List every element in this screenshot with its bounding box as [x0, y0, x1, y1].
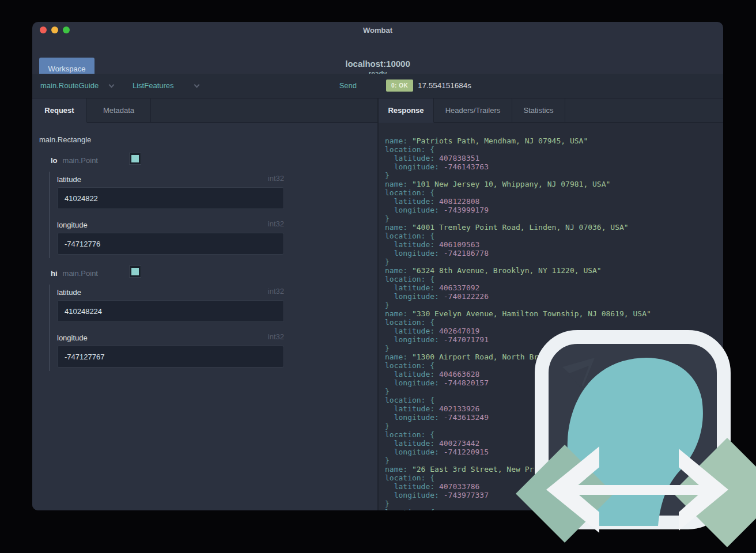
send-button[interactable]: Send: [339, 81, 357, 90]
latitude-input[interactable]: [57, 300, 284, 322]
response-line: location: {: [385, 232, 723, 240]
request-toolbar: main.RouteGuide ListFeatures Send: [32, 74, 377, 98]
response-line: name: "101 New Jersey 10, Whippany, NJ 0…: [385, 180, 723, 188]
titlebar: Wombat: [32, 22, 723, 38]
field-label: latitude: [57, 288, 81, 297]
group-hi-header: himain.Point: [51, 268, 98, 281]
group-lo-body: latitude int32 longitude int32: [49, 172, 285, 258]
checkbox-checked-icon[interactable]: [129, 153, 141, 165]
request-panel: main.Rectangle lomain.Point latitude int…: [32, 123, 377, 510]
tab-headers-trailers[interactable]: Headers/Trailers: [434, 99, 512, 123]
field-type-label: main.Point: [63, 156, 98, 165]
toolbar: main.RouteGuide ListFeatures Send 0: OK …: [32, 74, 723, 99]
service-select[interactable]: main.RouteGuide: [40, 81, 99, 90]
field-name-label: hi: [51, 269, 58, 278]
latitude-input[interactable]: [57, 187, 284, 209]
response-line: }: [385, 301, 723, 309]
wombat-logo: [513, 325, 756, 553]
response-line: }: [385, 171, 723, 180]
response-line: latitude: 407838351: [385, 154, 723, 162]
response-line: location: {: [385, 275, 723, 283]
tab-statistics[interactable]: Statistics: [512, 99, 565, 123]
group-hi-body: latitude int32 longitude int32: [49, 285, 285, 371]
response-line: name: "330 Evelyn Avenue, Hamilton Towns…: [385, 309, 723, 318]
server-address: localhost:10000: [32, 59, 723, 69]
response-line: }: [385, 214, 723, 223]
chevron-down-icon[interactable]: [109, 82, 115, 88]
field-scalar-type: int32: [268, 219, 284, 228]
response-line: name: "6324 8th Avenue, Brooklyn, NY 112…: [385, 266, 723, 275]
field-scalar-type: int32: [268, 287, 284, 296]
field-label: longitude: [57, 221, 88, 229]
response-line: latitude: 406337092: [385, 283, 723, 292]
longitude-input[interactable]: [57, 346, 284, 368]
response-line: longitude: -742186778: [385, 249, 723, 257]
response-line: }: [385, 257, 723, 266]
field-scalar-type: int32: [268, 332, 284, 341]
group-lo-header: lomain.Point: [51, 155, 98, 168]
response-line: location: {: [385, 145, 723, 154]
screenshot-root: { "window": { "title": "Wombat" }, "traf…: [0, 0, 756, 553]
response-line: longitude: -740122226: [385, 292, 723, 301]
response-line: latitude: 408122808: [385, 197, 723, 206]
field-name-label: lo: [51, 156, 58, 165]
tab-request[interactable]: Request: [32, 99, 87, 123]
longitude-input[interactable]: [57, 233, 284, 255]
response-line: longitude: -746143763: [385, 162, 723, 171]
field-label: latitude: [57, 175, 81, 184]
tab-metadata[interactable]: Metadata: [87, 99, 151, 123]
message-type-label: main.Rectangle: [39, 135, 91, 144]
response-line: longitude: -743999179: [385, 206, 723, 214]
checkbox-checked-icon[interactable]: [129, 266, 141, 278]
field-label: longitude: [57, 334, 88, 342]
call-duration: 17.554151684s: [418, 81, 471, 90]
response-tab-bar: Response Headers/Trailers Statistics: [379, 99, 723, 123]
field-type-label: main.Point: [63, 269, 98, 278]
response-line: name: "4001 Tremley Point Road, Linden, …: [385, 223, 723, 232]
response-line: name: "Patriots Path, Mendham, NJ 07945,…: [385, 137, 723, 145]
method-select[interactable]: ListFeatures: [133, 81, 174, 90]
arrow-shaft: [568, 485, 706, 495]
window-title: Wombat: [32, 26, 723, 35]
response-line: latitude: 406109563: [385, 240, 723, 249]
header: Workspace localhost:10000 ready: [32, 38, 723, 74]
chevron-down-icon[interactable]: [194, 82, 200, 88]
request-tab-bar: Request Metadata: [32, 99, 377, 123]
response-line: location: {: [385, 188, 723, 197]
status-badge: 0: OK: [386, 79, 413, 92]
tab-response[interactable]: Response: [379, 99, 434, 123]
field-scalar-type: int32: [268, 174, 284, 183]
response-toolbar: 0: OK 17.554151684s: [379, 74, 723, 98]
